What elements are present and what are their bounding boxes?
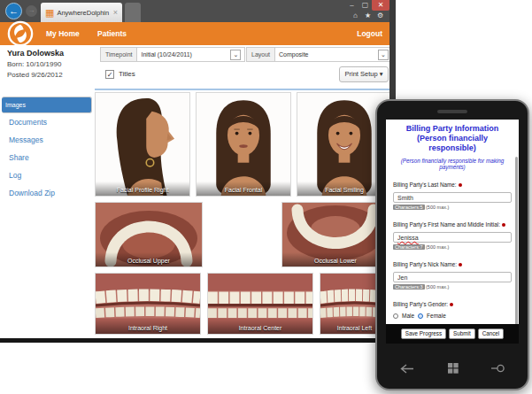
tab-close-icon[interactable]: × (113, 8, 118, 17)
browser-forward-button[interactable]: → (26, 5, 37, 17)
photo-caption: Facial Frontal (197, 182, 290, 196)
back-arrow-icon: ← (9, 5, 19, 16)
app-navbar: My Home Patients Logout (0, 22, 396, 45)
titles-checkbox-label[interactable]: Titles (119, 70, 135, 78)
billing-form-subtitle: (Person financially responsible for maki… (393, 158, 512, 170)
timepoint-select[interactable]: Initial (10/24/2011) ⌄ (137, 47, 245, 62)
patient-posted: Posted 9/26/2012 (7, 71, 63, 79)
gender-male-radio[interactable] (393, 313, 398, 319)
mobile-phone-mockup: Billing Party Information (Person financ… (375, 99, 529, 390)
gender-female-label[interactable]: Female (427, 313, 446, 319)
browser-window-bottom-border (0, 338, 396, 343)
first-name-input[interactable]: Jenissa (393, 232, 512, 243)
minimize-button[interactable]: – (345, 0, 359, 11)
photo-caption: Occlusal Lower (282, 252, 389, 267)
facial-frontal-image (197, 93, 290, 196)
required-asterisk-icon (459, 183, 462, 187)
maximize-button[interactable]: ▢ (359, 0, 372, 11)
field-last-name: Billing Party's Last Name: Smith Charact… (393, 174, 512, 210)
char-count: Characters:7 (500 max.) (393, 244, 512, 250)
required-asterisk-icon (450, 303, 453, 306)
settings-gear-icon[interactable]: ⚙ (377, 12, 383, 19)
last-name-input[interactable]: Smith (393, 192, 512, 203)
photo-intraoral-right[interactable]: Intraoral Right (95, 273, 201, 335)
chevron-down-icon[interactable]: ⌄ (378, 50, 389, 60)
patient-born: Born: 10/10/1990 (7, 60, 61, 68)
photo-caption: Occlusal Upper (96, 252, 202, 267)
phone-nav-bar (377, 351, 528, 386)
nav-patients[interactable]: Patients (97, 22, 127, 45)
patient-sidebar: Yura Dolowska Born: 10/10/1990 Posted 9/… (0, 45, 94, 338)
nav-logout[interactable]: Logout (357, 22, 382, 45)
photo-caption: Facial Profile Right (96, 182, 189, 196)
print-setup-button[interactable]: Print Setup ▾ (339, 66, 389, 82)
desktop: ← → ▦ AnywhereDolphin × – ▢ ✕ ⌂ ★ ⚙ My H… (0, 0, 532, 394)
caret-down-icon: ▾ (380, 70, 383, 78)
photo-occlusal-lower[interactable]: Occlusal Lower (281, 202, 389, 267)
photo-facial-frontal[interactable]: Facial Frontal (196, 92, 291, 197)
layout-label: Layout (246, 47, 275, 62)
patient-name: Yura Dolowska (7, 49, 64, 58)
phone-speaker (437, 110, 467, 113)
billing-form-title-line2: (Person financially responsible) (393, 134, 512, 153)
submit-button[interactable]: Submit (449, 328, 475, 339)
dolphin-logo-icon[interactable] (7, 20, 34, 47)
billing-form-title-line1: Billing Party Information (393, 124, 512, 134)
save-progress-button[interactable]: Save Progress (401, 328, 446, 339)
layout-group: Layout Composite ⌄ (246, 47, 393, 62)
titles-checkbox[interactable]: ✓ (105, 70, 114, 79)
browser-window: ← → ▦ AnywhereDolphin × – ▢ ✕ ⌂ ★ ⚙ My H… (0, 0, 396, 343)
home-icon[interactable]: ⌂ (353, 12, 358, 19)
char-count: Characters:3 (500 max.) (393, 284, 512, 290)
search-icon[interactable] (491, 364, 505, 373)
field-nick-name: Billing Party's Nick Name: Jen Character… (393, 254, 512, 290)
phone-scrollbar[interactable] (515, 157, 518, 325)
required-asterisk-icon (459, 263, 462, 267)
browser-back-button[interactable]: ← (5, 3, 22, 19)
photo-caption: Intraoral Center (208, 320, 312, 334)
inactive-tab[interactable] (125, 3, 141, 22)
sidebar-item-log[interactable]: Log (2, 167, 92, 184)
field-gender: Billing Party's Gender: Male Female (393, 294, 512, 319)
favorites-star-icon[interactable]: ★ (365, 12, 371, 19)
minimize-icon: – (350, 1, 353, 9)
panel-divider (95, 89, 389, 90)
field-first-name: Billing Party's First Name and Middle In… (393, 214, 512, 250)
phone-screen: Billing Party Information (Person financ… (386, 120, 519, 344)
window-close-icon: ✕ (378, 1, 384, 9)
cancel-button[interactable]: Cancel (478, 328, 505, 339)
photo-caption: Intraoral Right (96, 320, 200, 334)
nick-name-input[interactable]: Jen (393, 272, 512, 282)
photo-facial-profile-right[interactable]: Facial Profile Right (95, 92, 190, 197)
tab-title: AnywhereDolphin (57, 9, 110, 17)
sidebar-item-images[interactable]: Images (2, 97, 92, 113)
sidebar-menu: Images Documents Messages Share Log Down… (0, 97, 94, 203)
checkmark-icon: ✓ (107, 71, 113, 79)
maximize-icon: ▢ (362, 1, 369, 9)
sidebar-item-messages[interactable]: Messages (2, 132, 92, 149)
photo-intraoral-center[interactable]: Intraoral Center (207, 273, 313, 335)
browser-tab-anywheredolphin[interactable]: ▦ AnywhereDolphin × (41, 3, 122, 22)
images-panel: Timepoint Initial (10/24/2011) ⌄ Layout … (94, 45, 389, 338)
anywheredolphin-tab-icon: ▦ (45, 8, 54, 17)
timepoint-group: Timepoint Initial (10/24/2011) ⌄ (100, 47, 245, 62)
form-action-bar: Save Progress Submit Cancel (386, 324, 519, 344)
facial-profile-right-image (96, 93, 189, 196)
forward-arrow-icon: → (28, 6, 35, 14)
required-asterisk-icon (502, 223, 505, 227)
layout-select[interactable]: Composite ⌄ (275, 47, 393, 62)
gender-male-label[interactable]: Male (402, 313, 414, 319)
phone-back-icon[interactable] (400, 364, 414, 374)
windows-logo-icon[interactable] (448, 363, 459, 374)
chevron-down-icon[interactable]: ⌄ (230, 50, 241, 60)
char-count: Characters:5 (500 max.) (393, 205, 512, 210)
browser-chrome: ← → ▦ AnywhereDolphin × – ▢ ✕ ⌂ ★ ⚙ (0, 0, 396, 22)
photo-occlusal-upper[interactable]: Occlusal Upper (95, 202, 203, 267)
sidebar-item-share[interactable]: Share (2, 150, 92, 166)
gender-female-radio[interactable] (418, 313, 423, 319)
window-close-button[interactable]: ✕ (372, 0, 389, 11)
sidebar-item-documents[interactable]: Documents (2, 114, 92, 131)
timepoint-label: Timepoint (100, 47, 137, 62)
nav-my-home[interactable]: My Home (46, 22, 80, 45)
sidebar-item-download-zip[interactable]: Download Zip (2, 185, 92, 202)
